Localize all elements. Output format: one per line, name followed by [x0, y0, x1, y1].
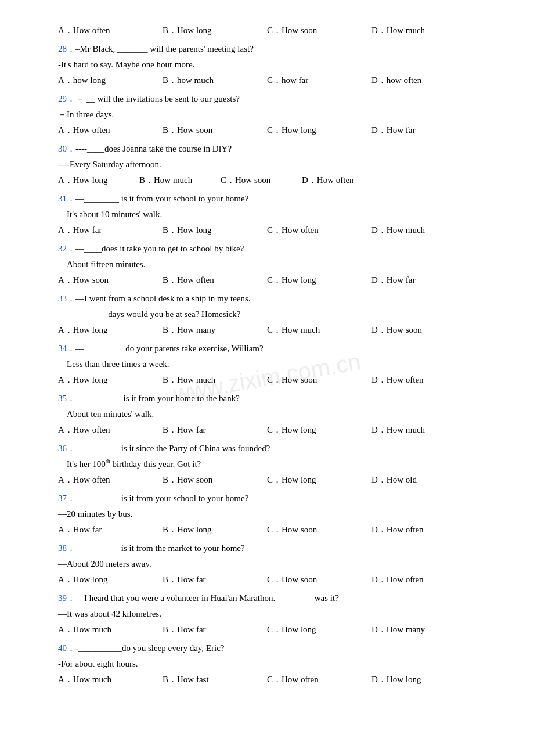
answer-line-36: —It's her 100th birthday this year. Got …: [58, 457, 488, 471]
option-28-b: B．how much: [163, 73, 267, 87]
question-line-37: 37．—________ is it from your school to y…: [58, 491, 488, 505]
option-32-d: D．How far: [371, 273, 476, 287]
answer-line-37: —20 minutes by bus.: [58, 507, 488, 521]
option-32-a: A．How soon: [58, 273, 163, 287]
options-line-35: A．How often B．How far C．How long D．How m…: [58, 423, 488, 437]
question-block-38: 38．—________ is it from the market to yo…: [58, 541, 488, 586]
option-39-c: C．How long: [267, 622, 371, 636]
option-33-b: B．How many: [163, 323, 267, 337]
option-37-a: A．How far: [58, 523, 163, 537]
question-block-39: 39．—I heard that you were a volunteer in…: [58, 591, 488, 636]
option-30-b: B．How much: [139, 173, 221, 187]
option-36-a: A．How often: [58, 473, 163, 487]
options-line-31: A．How far B．How long C．How often D．How m…: [58, 223, 488, 237]
option-32-c: C．How long: [267, 273, 371, 287]
option-37-d: D．How often: [371, 523, 476, 537]
question-block-34: 34．—_________ do your parents take exerc…: [58, 341, 488, 387]
option-36-b: B．How soon: [163, 473, 267, 487]
option-39-b: B．How far: [163, 622, 267, 636]
option-35-a: A．How often: [58, 423, 163, 437]
question-number-36: 36．: [58, 444, 75, 453]
question-text-29: － __ will the invitations be sent to our…: [75, 94, 240, 103]
question-text-30: ----____does Joanna take the course in D…: [75, 144, 232, 153]
option-34-d: D．How often: [371, 373, 476, 387]
options-line-34: A．How long B．How much C．How soon D．How o…: [58, 373, 488, 387]
option-33-d: D．How soon: [371, 323, 476, 337]
option-b: B．How long: [163, 23, 267, 37]
question-line-38: 38．—________ is it from the market to yo…: [58, 541, 488, 555]
option-28-c: C．how far: [267, 73, 371, 87]
option-31-a: A．How far: [58, 223, 163, 237]
options-line-38: A．How long B．How far C．How soon D．How of…: [58, 573, 488, 586]
option-34-c: C．How soon: [267, 373, 371, 387]
option-38-a: A．How long: [58, 573, 163, 586]
question-number-37: 37．: [58, 494, 75, 503]
question-line-28: 28．–Mr Black, _______ will the parents' …: [58, 42, 488, 56]
question-block-prev: A．How often B．How long C．How soon D．How …: [58, 23, 488, 37]
option-32-b: B．How often: [163, 273, 267, 287]
question-block-36: 36．—________ is it since the Party of Ch…: [58, 441, 488, 487]
options-line-36: A．How often B．How soon C．How long D．How …: [58, 473, 488, 487]
option-29-a: A．How often: [58, 123, 163, 137]
option-31-d: D．How much: [371, 223, 476, 237]
question-text-40: -__________do you sleep every day, Eric?: [75, 643, 224, 653]
option-36-d: D．How old: [371, 473, 476, 487]
answer-line-35: —About ten minutes' walk.: [58, 407, 488, 421]
question-text-31: —________ is it from your school to your…: [75, 194, 248, 203]
answer-line-40: -For about eight hours.: [58, 657, 488, 671]
options-line-37: A．How far B．How long C．How soon D．How of…: [58, 523, 488, 537]
option-31-c: C．How often: [267, 223, 371, 237]
question-line-31: 31．—________ is it from your school to y…: [58, 192, 488, 206]
option-34-b: B．How much: [163, 373, 267, 387]
option-29-b: B．How soon: [163, 123, 267, 137]
question-text-36: —________ is it since the Party of China…: [75, 444, 270, 453]
question-block-28: 28．–Mr Black, _______ will the parents' …: [58, 42, 488, 87]
option-28-d: D．how often: [371, 73, 476, 87]
question-number-34: 34．: [58, 344, 75, 353]
option-38-d: D．How often: [371, 573, 476, 586]
options-line-28: A．how long B．how much C．how far D．how of…: [58, 73, 488, 87]
option-40-c: C．How often: [267, 672, 371, 686]
question-number-35: 35．: [58, 394, 75, 403]
option-39-d: D．How many: [371, 622, 476, 636]
options-line-40: A．How much B．How fast C．How often D．How …: [58, 672, 488, 686]
question-line-30: 30．----____does Joanna take the course i…: [58, 142, 488, 156]
question-text-28: –Mr Black, _______ will the parents' mee…: [75, 44, 254, 53]
answer-line-38: —About 200 meters away.: [58, 557, 488, 571]
answer-line-29: －In three days.: [58, 107, 488, 121]
answer-line-30: ----Every Saturday afternoon.: [58, 157, 488, 171]
option-c: C．How soon: [267, 23, 371, 37]
option-d: D．How much: [371, 23, 476, 37]
question-text-33b: —_________ days would you be at sea? Hom…: [58, 309, 241, 319]
option-40-b: B．How fast: [163, 672, 267, 686]
answer-line-32: —About fifteen minutes.: [58, 257, 488, 271]
question-block-32: 32．—____does it take you to get to schoo…: [58, 242, 488, 287]
question-number-33: 33．: [58, 294, 75, 303]
option-39-a: A．How much: [58, 622, 163, 636]
options-line-32: A．How soon B．How often C．How long D．How …: [58, 273, 488, 287]
option-29-c: C．How long: [267, 123, 371, 137]
question-block-30: 30．----____does Joanna take the course i…: [58, 142, 488, 187]
option-35-c: C．How long: [267, 423, 371, 437]
question-number-38: 38．: [58, 543, 75, 553]
question-number-31: 31．: [58, 194, 75, 203]
answer-line-39: —It was about 42 kilometres.: [58, 607, 488, 621]
options-line-29: A．How often B．How soon C．How long D．How …: [58, 123, 488, 137]
question-text-35: — ________ is it from your home to the b…: [75, 394, 240, 403]
option-40-a: A．How much: [58, 672, 163, 686]
options-line: A．How often B．How long C．How soon D．How …: [58, 23, 488, 37]
option-30-a: A．How long: [58, 173, 139, 187]
question-line-36: 36．—________ is it since the Party of Ch…: [58, 441, 488, 455]
question-block-31: 31．—________ is it from your school to y…: [58, 192, 488, 237]
option-38-b: B．How far: [163, 573, 267, 586]
option-30-d: D．How often: [302, 173, 383, 187]
option-38-c: C．How soon: [267, 573, 371, 586]
answer-line-31: —It's about 10 minutes' walk.: [58, 207, 488, 221]
question-block-35: 35．— ________ is it from your home to th…: [58, 391, 488, 437]
option-29-d: D．How far: [371, 123, 476, 137]
option-33-c: C．How much: [267, 323, 371, 337]
question-line-29: 29．－ __ will the invitations be sent to …: [58, 92, 488, 106]
question-block-40: 40．-__________do you sleep every day, Er…: [58, 641, 488, 686]
question-line-40: 40．-__________do you sleep every day, Er…: [58, 641, 488, 655]
question-block-37: 37．—________ is it from your school to y…: [58, 491, 488, 537]
